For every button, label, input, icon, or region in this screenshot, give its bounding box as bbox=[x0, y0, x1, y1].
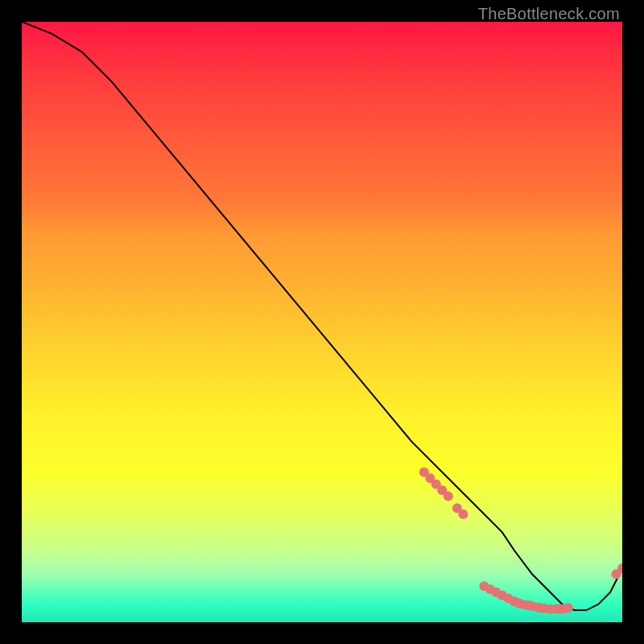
watermark-text: TheBottleneck.com bbox=[478, 5, 620, 23]
chart-container: TheBottleneck.com bbox=[0, 0, 644, 644]
plot-gradient-bg bbox=[22, 22, 622, 622]
